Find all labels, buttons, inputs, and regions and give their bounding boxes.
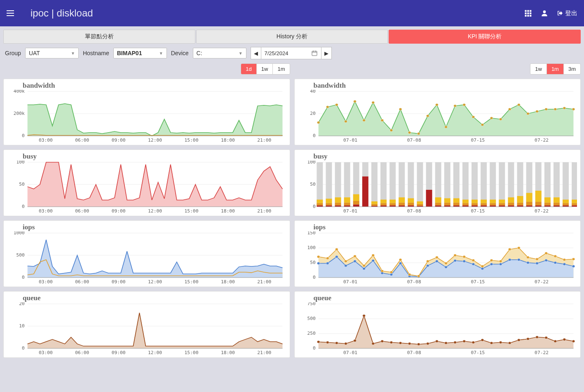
svg-text:12:00: 12:00 — [148, 209, 162, 214]
svg-point-98 — [517, 103, 520, 106]
svg-text:750: 750 — [307, 302, 315, 306]
svg-text:09:00: 09:00 — [112, 280, 126, 285]
svg-point-81 — [362, 119, 365, 121]
group-select[interactable]: UAT▼ — [25, 48, 79, 58]
svg-text:12:00: 12:00 — [148, 280, 162, 285]
range-1d[interactable]: 1d — [241, 64, 256, 74]
apps-icon[interactable] — [524, 9, 532, 17]
svg-text:07-22: 07-22 — [535, 209, 549, 214]
svg-text:07-08: 07-08 — [407, 209, 421, 214]
svg-point-328 — [426, 342, 429, 345]
svg-text:50: 50 — [310, 182, 316, 187]
hostname-select[interactable]: BIMAP01▼ — [113, 48, 167, 58]
svg-rect-158 — [408, 203, 414, 205]
range-3m[interactable]: 3m — [564, 64, 580, 74]
chart-iops: iops0500100003:0006:0009:0012:0015:0018:… — [3, 220, 290, 287]
svg-point-104 — [572, 108, 575, 110]
svg-rect-186 — [471, 203, 478, 205]
svg-text:100: 100 — [307, 245, 315, 250]
svg-rect-159 — [408, 198, 414, 203]
svg-point-294 — [499, 260, 502, 262]
svg-rect-140 — [371, 162, 378, 207]
svg-point-267 — [517, 259, 520, 261]
range-1w[interactable]: 1w — [530, 64, 547, 74]
svg-point-247 — [335, 256, 338, 258]
filter-row: Group UAT▼ Hostname BIMAP01▼ Device C:▼ … — [0, 47, 584, 63]
svg-rect-219 — [544, 197, 550, 203]
svg-rect-203 — [508, 197, 514, 203]
svg-point-100 — [535, 110, 538, 113]
group-label: Group — [5, 50, 21, 56]
menu-button[interactable] — [7, 7, 18, 19]
svg-point-79 — [344, 120, 347, 123]
svg-text:1000: 1000 — [14, 231, 25, 236]
svg-point-291 — [471, 259, 474, 261]
svg-rect-4 — [527, 12, 529, 14]
logout-button[interactable]: 登出 — [557, 9, 577, 17]
svg-text:10: 10 — [19, 324, 25, 329]
svg-point-102 — [554, 108, 556, 110]
svg-point-302 — [572, 258, 575, 260]
user-icon[interactable] — [540, 9, 549, 17]
svg-text:400k: 400k — [14, 90, 25, 94]
svg-point-99 — [526, 112, 529, 115]
svg-point-281 — [380, 270, 383, 272]
svg-text:07-08: 07-08 — [407, 280, 421, 285]
chart-queue: queue0102003:0006:0009:0012:0015:0018:00… — [3, 291, 290, 358]
chart-title: iops — [314, 223, 577, 231]
svg-rect-137 — [362, 177, 368, 207]
svg-point-248 — [344, 264, 347, 267]
svg-point-296 — [517, 247, 520, 249]
svg-rect-198 — [499, 203, 505, 205]
svg-point-275 — [326, 257, 329, 259]
svg-point-253 — [390, 273, 393, 276]
date-next-button[interactable]: ▶ — [321, 47, 332, 59]
svg-point-90 — [444, 126, 447, 128]
tab-KPI 關聯分析[interactable]: KPI 關聯分析 — [389, 30, 581, 44]
svg-text:21:00: 21:00 — [257, 350, 271, 355]
svg-text:03:00: 03:00 — [39, 350, 53, 355]
svg-point-85 — [399, 108, 402, 110]
svg-point-319 — [344, 342, 347, 345]
svg-point-262 — [471, 263, 474, 266]
svg-rect-195 — [490, 200, 496, 203]
svg-text:18:00: 18:00 — [221, 138, 235, 143]
svg-text:500: 500 — [307, 316, 315, 321]
svg-point-265 — [499, 263, 502, 266]
svg-text:03:00: 03:00 — [39, 209, 53, 214]
svg-point-301 — [563, 259, 565, 261]
svg-rect-6 — [525, 15, 527, 16]
svg-point-292 — [481, 265, 484, 268]
svg-point-250 — [362, 267, 365, 270]
range-1w[interactable]: 1w — [257, 64, 273, 74]
svg-point-293 — [490, 259, 493, 261]
range-1m[interactable]: 1m — [273, 64, 289, 74]
svg-rect-131 — [344, 197, 350, 203]
svg-point-332 — [462, 340, 465, 343]
svg-text:07-22: 07-22 — [535, 138, 549, 143]
svg-text:07-15: 07-15 — [471, 138, 485, 143]
svg-point-287 — [435, 256, 438, 259]
svg-text:0: 0 — [313, 275, 316, 280]
device-select[interactable]: C:▼ — [193, 48, 246, 58]
range-1m[interactable]: 1m — [547, 64, 564, 74]
svg-point-259 — [444, 266, 447, 268]
svg-point-93 — [471, 116, 474, 118]
svg-point-249 — [353, 260, 356, 262]
tab-History 分析[interactable]: History 分析 — [196, 30, 388, 44]
date-prev-button[interactable]: ◀ — [251, 47, 261, 59]
tab-單節點分析[interactable]: 單節點分析 — [3, 30, 195, 44]
date-input[interactable]: 7/25/2024 — [261, 47, 321, 59]
svg-point-91 — [453, 105, 456, 107]
svg-rect-0 — [525, 10, 527, 12]
svg-point-341 — [544, 336, 547, 339]
svg-text:12:00: 12:00 — [148, 138, 162, 143]
svg-text:07-01: 07-01 — [343, 350, 357, 355]
svg-point-89 — [435, 103, 438, 106]
svg-point-299 — [544, 252, 547, 254]
svg-point-264 — [490, 263, 493, 266]
svg-rect-122 — [326, 203, 332, 205]
svg-point-323 — [380, 340, 383, 343]
chart-title: queue — [314, 294, 577, 302]
svg-rect-190 — [481, 203, 487, 205]
